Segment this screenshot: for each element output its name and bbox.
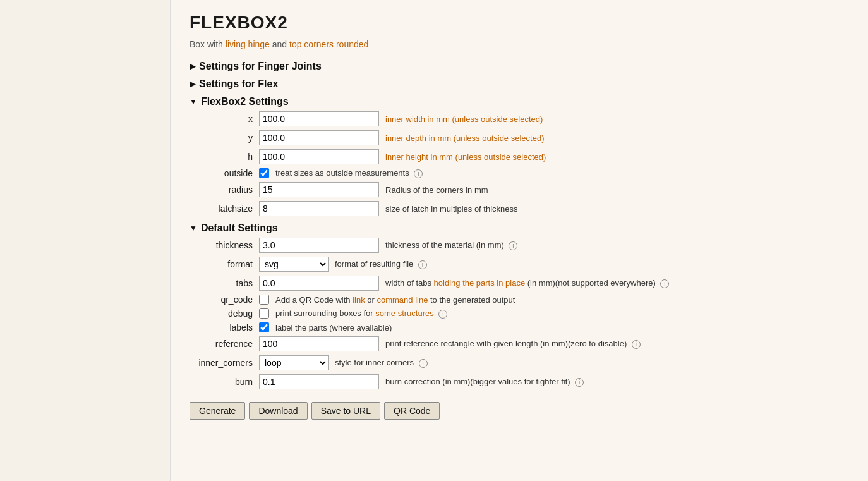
info-thickness: i (509, 241, 517, 250)
input-outside[interactable] (259, 168, 269, 178)
desc-outside: treat sizes as outside measurements i (275, 168, 423, 178)
label-y: y (196, 133, 259, 143)
desc-reference: print reference rectangle with given len… (385, 339, 641, 349)
field-row-qr-code: qr_code Add a QR Code with link or comma… (196, 295, 849, 305)
field-row-burn: burn burn correction (in mm)(bigger valu… (196, 374, 849, 389)
input-y[interactable] (259, 130, 379, 145)
desc-radius: Radius of the corners in mm (385, 185, 488, 195)
desc-labels: label the parts (where available) (275, 323, 392, 332)
desc-tabs: width of tabs holding the parts in place… (385, 278, 669, 288)
info-reference: i (632, 340, 641, 349)
desc-qr-code: Add a QR Code with link or command line … (275, 295, 515, 305)
field-row-y: y inner depth in mm (unless outside sele… (196, 130, 849, 145)
input-h[interactable] (259, 149, 379, 164)
input-burn[interactable] (259, 374, 379, 389)
info-inner-corners: i (419, 359, 428, 368)
flex-label: Settings for Flex (199, 78, 278, 90)
info-debug: i (438, 310, 447, 319)
label-format: format (196, 259, 259, 269)
field-row-latchsize: latchsize size of latch in multiples of … (196, 201, 849, 216)
input-debug[interactable] (259, 308, 269, 319)
finger-joints-arrow: ▶ (190, 62, 195, 71)
label-labels: labels (196, 322, 259, 332)
info-format: i (418, 260, 427, 269)
input-labels[interactable] (259, 322, 269, 332)
label-debug: debug (196, 308, 259, 319)
label-reference: reference (196, 339, 259, 349)
flexbox2-arrow: ▼ (190, 97, 197, 106)
label-radius: radius (196, 185, 259, 195)
section-finger-joints-header[interactable]: ▶ Settings for Finger Joints (190, 61, 849, 72)
default-label: Default Settings (201, 222, 278, 234)
input-format[interactable]: svg dxf pdf ps (259, 257, 329, 272)
input-tabs[interactable] (259, 276, 379, 291)
flexbox2-body: x inner width in mm (unless outside sele… (196, 111, 849, 216)
button-row: Generate Download Save to URL QR Code (190, 402, 849, 420)
desc-h: inner height in mm (unless outside selec… (385, 152, 546, 162)
label-h: h (196, 152, 259, 162)
field-row-radius: radius Radius of the corners in mm (196, 182, 849, 197)
input-qr-code[interactable] (259, 295, 269, 305)
label-inner-corners: inner_corners (196, 358, 259, 368)
label-latchsize: latchsize (196, 204, 259, 214)
app-subtitle: Box with living hinge and top corners ro… (190, 39, 849, 49)
finger-joints-label: Settings for Finger Joints (199, 61, 322, 72)
desc-x: inner width in mm (unless outside select… (385, 114, 543, 124)
field-row-debug: debug print surrounding boxes for some s… (196, 308, 849, 319)
save-to-url-button[interactable]: Save to URL (311, 402, 380, 420)
desc-latchsize: size of latch in multiples of thickness (385, 204, 518, 214)
desc-y: inner depth in mm (unless outside select… (385, 133, 544, 143)
field-row-h: h inner height in mm (unless outside sel… (196, 149, 849, 164)
section-default-header[interactable]: ▼ Default Settings (190, 222, 849, 234)
input-reference[interactable] (259, 336, 379, 351)
field-row-format: format svg dxf pdf ps format of resultin… (196, 257, 849, 272)
generate-button[interactable]: Generate (190, 402, 245, 420)
label-outside: outside (196, 168, 259, 178)
label-x: x (196, 114, 259, 124)
label-tabs: tabs (196, 278, 259, 288)
flexbox2-label: FlexBox2 Settings (201, 96, 289, 107)
field-row-inner-corners: inner_corners loop clip corner style for… (196, 355, 849, 370)
label-burn: burn (196, 377, 259, 387)
field-row-labels: labels label the parts (where available) (196, 322, 849, 332)
desc-debug: print surrounding boxes for some structu… (275, 308, 447, 319)
input-x[interactable] (259, 111, 379, 126)
input-radius[interactable] (259, 182, 379, 197)
info-burn: i (575, 378, 584, 387)
field-row-tabs: tabs width of tabs holding the parts in … (196, 276, 849, 291)
field-row-x: x inner width in mm (unless outside sele… (196, 111, 849, 126)
qr-code-button[interactable]: QR Code (384, 402, 440, 420)
label-qr-code: qr_code (196, 295, 259, 305)
default-arrow: ▼ (190, 224, 197, 233)
field-row-thickness: thickness thickness of the material (in … (196, 238, 849, 253)
download-button[interactable]: Download (249, 402, 307, 420)
section-flexbox2-header[interactable]: ▼ FlexBox2 Settings (190, 96, 849, 107)
section-flex-header[interactable]: ▶ Settings for Flex (190, 78, 849, 90)
app-title: FlexBox2 (190, 13, 849, 33)
input-latchsize[interactable] (259, 201, 379, 216)
input-thickness[interactable] (259, 238, 379, 253)
desc-inner-corners: style for inner corners i (335, 358, 428, 368)
default-body: thickness thickness of the material (in … (196, 238, 849, 389)
desc-burn: burn correction (in mm)(bigger values fo… (385, 377, 584, 387)
field-row-reference: reference print reference rectangle with… (196, 336, 849, 351)
info-tabs: i (660, 279, 669, 288)
label-thickness: thickness (196, 240, 259, 250)
desc-format: format of resulting file i (335, 259, 427, 269)
field-row-outside: outside treat sizes as outside measureme… (196, 168, 849, 178)
info-outside: i (414, 169, 423, 178)
flex-arrow: ▶ (190, 80, 195, 88)
input-inner-corners[interactable]: loop clip corner (259, 355, 329, 370)
desc-thickness: thickness of the material (in mm) i (385, 240, 517, 250)
